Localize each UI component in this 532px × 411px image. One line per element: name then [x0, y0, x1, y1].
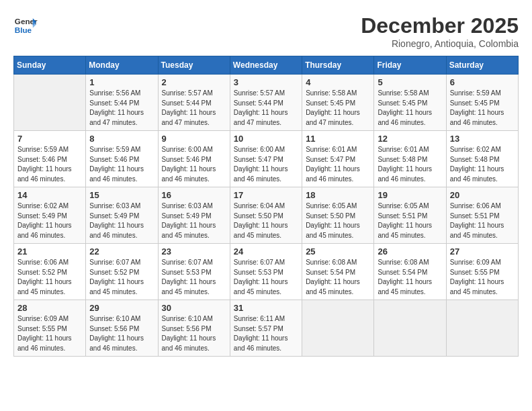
day-info: Sunrise: 5:56 AM Sunset: 5:44 PM Dayligh… [89, 89, 154, 128]
day-info: Sunrise: 6:06 AM Sunset: 5:52 PM Dayligh… [17, 258, 82, 297]
day-info: Sunrise: 5:58 AM Sunset: 5:45 PM Dayligh… [378, 89, 442, 128]
week-row-4: 21Sunrise: 6:06 AM Sunset: 5:52 PM Dayli… [14, 244, 519, 300]
day-number: 31 [234, 303, 298, 313]
day-number: 27 [450, 246, 515, 257]
day-number: 25 [306, 246, 370, 257]
calendar-cell: 17Sunrise: 6:04 AM Sunset: 5:50 PM Dayli… [230, 187, 302, 244]
day-info: Sunrise: 6:07 AM Sunset: 5:52 PM Dayligh… [89, 258, 154, 297]
day-number: 21 [17, 246, 82, 257]
day-number: 20 [450, 190, 515, 200]
day-info: Sunrise: 6:07 AM Sunset: 5:53 PM Dayligh… [234, 258, 298, 297]
calendar-cell [374, 300, 446, 357]
calendar-cell: 21Sunrise: 6:06 AM Sunset: 5:52 PM Dayli… [14, 244, 86, 300]
day-number: 8 [89, 134, 154, 144]
calendar-cell: 4Sunrise: 5:58 AM Sunset: 5:45 PM Daylig… [302, 75, 374, 131]
day-number: 5 [378, 77, 442, 87]
calendar-cell: 15Sunrise: 6:03 AM Sunset: 5:49 PM Dayli… [86, 187, 158, 244]
day-info: Sunrise: 5:59 AM Sunset: 5:45 PM Dayligh… [450, 89, 515, 128]
day-number: 16 [162, 190, 226, 200]
day-number: 12 [378, 134, 442, 144]
weekday-header-row: SundayMondayTuesdayWednesdayThursdayFrid… [14, 56, 519, 75]
calendar-cell: 5Sunrise: 5:58 AM Sunset: 5:45 PM Daylig… [374, 75, 446, 131]
calendar-cell: 14Sunrise: 6:02 AM Sunset: 5:49 PM Dayli… [14, 187, 86, 244]
calendar-cell: 8Sunrise: 5:59 AM Sunset: 5:46 PM Daylig… [86, 131, 158, 187]
calendar-cell: 1Sunrise: 5:56 AM Sunset: 5:44 PM Daylig… [86, 75, 158, 131]
day-number: 3 [234, 77, 298, 87]
day-info: Sunrise: 5:58 AM Sunset: 5:45 PM Dayligh… [306, 89, 370, 128]
day-number: 1 [89, 77, 154, 87]
weekday-header-tuesday: Tuesday [158, 56, 230, 75]
page-header: General Blue December 2025 Rionegro, Ant… [13, 13, 519, 49]
calendar-cell: 18Sunrise: 6:05 AM Sunset: 5:50 PM Dayli… [302, 187, 374, 244]
calendar-cell: 31Sunrise: 6:11 AM Sunset: 5:57 PM Dayli… [230, 300, 302, 357]
day-info: Sunrise: 5:59 AM Sunset: 5:46 PM Dayligh… [89, 145, 154, 184]
calendar-table: SundayMondayTuesdayWednesdayThursdayFrid… [13, 56, 519, 357]
calendar-cell [14, 75, 86, 131]
day-info: Sunrise: 6:05 AM Sunset: 5:50 PM Dayligh… [306, 201, 370, 240]
calendar-cell: 13Sunrise: 6:02 AM Sunset: 5:48 PM Dayli… [446, 131, 518, 187]
day-info: Sunrise: 6:02 AM Sunset: 5:49 PM Dayligh… [17, 201, 82, 240]
calendar-cell: 6Sunrise: 5:59 AM Sunset: 5:45 PM Daylig… [446, 75, 518, 131]
day-info: Sunrise: 6:05 AM Sunset: 5:51 PM Dayligh… [378, 201, 442, 240]
week-row-5: 28Sunrise: 6:09 AM Sunset: 5:55 PM Dayli… [14, 300, 519, 357]
page-title: December 2025 [361, 13, 519, 38]
calendar-cell: 24Sunrise: 6:07 AM Sunset: 5:53 PM Dayli… [230, 244, 302, 300]
day-number: 13 [450, 134, 515, 144]
day-info: Sunrise: 6:08 AM Sunset: 5:54 PM Dayligh… [378, 258, 442, 297]
day-info: Sunrise: 5:59 AM Sunset: 5:46 PM Dayligh… [17, 145, 82, 184]
calendar-cell: 11Sunrise: 6:01 AM Sunset: 5:47 PM Dayli… [302, 131, 374, 187]
calendar-cell: 25Sunrise: 6:08 AM Sunset: 5:54 PM Dayli… [302, 244, 374, 300]
day-number: 23 [162, 246, 226, 257]
day-number: 15 [89, 190, 154, 200]
svg-text:Blue: Blue [15, 26, 32, 34]
day-info: Sunrise: 6:02 AM Sunset: 5:48 PM Dayligh… [450, 145, 515, 184]
calendar-cell: 7Sunrise: 5:59 AM Sunset: 5:46 PM Daylig… [14, 131, 86, 187]
calendar-cell: 28Sunrise: 6:09 AM Sunset: 5:55 PM Dayli… [14, 300, 86, 357]
day-info: Sunrise: 5:57 AM Sunset: 5:44 PM Dayligh… [162, 89, 226, 128]
calendar-cell: 26Sunrise: 6:08 AM Sunset: 5:54 PM Dayli… [374, 244, 446, 300]
day-info: Sunrise: 6:11 AM Sunset: 5:57 PM Dayligh… [234, 314, 298, 353]
day-number: 18 [306, 190, 370, 200]
day-number: 7 [17, 134, 82, 144]
calendar-cell: 19Sunrise: 6:05 AM Sunset: 5:51 PM Dayli… [374, 187, 446, 244]
day-info: Sunrise: 6:03 AM Sunset: 5:49 PM Dayligh… [89, 201, 154, 240]
weekday-header-sunday: Sunday [14, 56, 86, 75]
day-info: Sunrise: 6:09 AM Sunset: 5:55 PM Dayligh… [17, 314, 82, 353]
weekday-header-saturday: Saturday [446, 56, 518, 75]
day-number: 28 [17, 303, 82, 313]
week-row-1: 1Sunrise: 5:56 AM Sunset: 5:44 PM Daylig… [14, 75, 519, 131]
day-number: 26 [378, 246, 442, 257]
calendar-cell: 27Sunrise: 6:09 AM Sunset: 5:55 PM Dayli… [446, 244, 518, 300]
calendar-cell [446, 300, 518, 357]
weekday-header-friday: Friday [374, 56, 446, 75]
day-number: 4 [306, 77, 370, 87]
day-info: Sunrise: 6:00 AM Sunset: 5:46 PM Dayligh… [162, 145, 226, 184]
day-info: Sunrise: 6:01 AM Sunset: 5:48 PM Dayligh… [378, 145, 442, 184]
day-number: 19 [378, 190, 442, 200]
day-number: 17 [234, 190, 298, 200]
weekday-header-thursday: Thursday [302, 56, 374, 75]
day-info: Sunrise: 5:57 AM Sunset: 5:44 PM Dayligh… [234, 89, 298, 128]
day-info: Sunrise: 6:09 AM Sunset: 5:55 PM Dayligh… [450, 258, 515, 297]
title-area: December 2025 Rionegro, Antioquia, Colom… [361, 13, 519, 49]
day-info: Sunrise: 6:01 AM Sunset: 5:47 PM Dayligh… [306, 145, 370, 184]
day-number: 14 [17, 190, 82, 200]
week-row-3: 14Sunrise: 6:02 AM Sunset: 5:49 PM Dayli… [14, 187, 519, 244]
day-info: Sunrise: 6:04 AM Sunset: 5:50 PM Dayligh… [234, 201, 298, 240]
calendar-cell: 2Sunrise: 5:57 AM Sunset: 5:44 PM Daylig… [158, 75, 230, 131]
day-info: Sunrise: 6:07 AM Sunset: 5:53 PM Dayligh… [162, 258, 226, 297]
calendar-cell: 12Sunrise: 6:01 AM Sunset: 5:48 PM Dayli… [374, 131, 446, 187]
calendar-cell [302, 300, 374, 357]
week-row-2: 7Sunrise: 5:59 AM Sunset: 5:46 PM Daylig… [14, 131, 519, 187]
calendar-cell: 16Sunrise: 6:03 AM Sunset: 5:49 PM Dayli… [158, 187, 230, 244]
day-info: Sunrise: 6:10 AM Sunset: 5:56 PM Dayligh… [89, 314, 154, 353]
page-subtitle: Rionegro, Antioquia, Colombia [361, 38, 519, 49]
day-info: Sunrise: 6:00 AM Sunset: 5:47 PM Dayligh… [234, 145, 298, 184]
weekday-header-monday: Monday [86, 56, 158, 75]
calendar-cell: 10Sunrise: 6:00 AM Sunset: 5:47 PM Dayli… [230, 131, 302, 187]
calendar-cell: 30Sunrise: 6:10 AM Sunset: 5:56 PM Dayli… [158, 300, 230, 357]
day-info: Sunrise: 6:08 AM Sunset: 5:54 PM Dayligh… [306, 258, 370, 297]
day-number: 11 [306, 134, 370, 144]
day-info: Sunrise: 6:10 AM Sunset: 5:56 PM Dayligh… [162, 314, 226, 353]
day-number: 6 [450, 77, 515, 87]
